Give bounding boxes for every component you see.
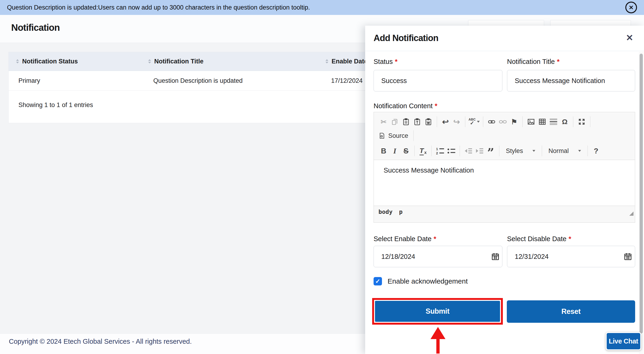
copyright-text: Copyright © 2024 Etech Global Services -… [9, 338, 192, 345]
notification-title-input[interactable] [507, 70, 635, 91]
blockquote-icon[interactable]: ” [486, 143, 496, 158]
editor-element-path: body p [374, 206, 635, 218]
checkmark-icon: ✓ [375, 278, 380, 285]
alert-banner: Question Description is updated:Users ca… [0, 0, 644, 15]
submit-highlight-box: Submit [372, 298, 503, 325]
numbered-list-icon[interactable]: 1 2 [435, 145, 445, 156]
horizontal-rule-icon[interactable] [548, 116, 558, 127]
source-button[interactable]: Source [388, 132, 408, 139]
chevron-down-icon [477, 121, 480, 123]
alert-banner-text: Question Description is updated:Users ca… [7, 4, 310, 11]
chevron-down-icon [532, 150, 535, 152]
link-icon[interactable] [486, 116, 497, 127]
column-header-status[interactable]: Notification Status [9, 52, 141, 71]
about-help-icon[interactable]: ? [591, 145, 601, 156]
editor-content-area[interactable]: Success Message Notification [374, 160, 635, 206]
editor-toolbar-row-2: Source [374, 129, 635, 142]
sort-icon [16, 59, 19, 63]
required-asterisk: * [569, 235, 571, 243]
enable-date-input[interactable] [374, 246, 502, 267]
submit-button[interactable]: Submit [375, 301, 500, 322]
bulleted-list-icon[interactable] [446, 145, 456, 156]
paste-icon[interactable] [401, 116, 411, 127]
table-entries-summary: Showing 1 to 1 of 1 entries [18, 101, 93, 109]
spellcheck-icon[interactable]: ABC✓ [468, 116, 480, 127]
path-body[interactable]: body [378, 209, 392, 215]
resize-handle-icon[interactable] [629, 212, 634, 216]
unlink-icon[interactable] [498, 116, 508, 127]
required-asterisk: * [557, 58, 560, 65]
reset-button[interactable]: Reset [507, 300, 635, 323]
acknowledgement-checkbox[interactable]: ✓ [374, 277, 382, 286]
close-icon: ✕ [629, 4, 634, 11]
modal-scrollbar-track [639, 52, 644, 354]
modal-close-button[interactable]: ✕ [626, 33, 633, 43]
column-header-title[interactable]: Notification Title [141, 52, 318, 71]
decrease-indent-icon[interactable] [463, 145, 474, 156]
remove-format-icon[interactable]: Tx [418, 145, 428, 156]
special-character-icon[interactable]: Ω [560, 116, 570, 127]
italic-icon[interactable]: I [390, 145, 400, 156]
strikethrough-icon[interactable]: S [401, 145, 411, 156]
acknowledgement-label: Enable acknowledgement [388, 277, 468, 285]
editor-toolbar-row-3: B I S Tx 1 2 [374, 142, 635, 160]
format-dropdown[interactable]: Normal [545, 147, 584, 155]
cut-icon[interactable]: ✂ [378, 116, 389, 127]
increase-indent-icon[interactable] [474, 145, 485, 156]
table-icon[interactable] [537, 116, 548, 127]
paste-from-word-icon[interactable] [423, 116, 434, 127]
bold-icon[interactable]: B [378, 145, 389, 156]
column-header-label: Enable Date [332, 58, 368, 65]
sort-icon [148, 59, 151, 63]
calendar-icon[interactable] [491, 252, 500, 261]
source-icon[interactable] [378, 130, 386, 141]
sort-icon [326, 59, 328, 63]
status-input[interactable] [374, 70, 502, 91]
acknowledgement-row: ✓ Enable acknowledgement [374, 277, 468, 286]
maximize-icon[interactable] [576, 116, 587, 127]
required-asterisk: * [435, 102, 437, 110]
cell-title: Question Description is updated [141, 77, 318, 84]
disable-date-input[interactable] [507, 246, 635, 267]
live-chat-button[interactable]: Live Chat [606, 332, 641, 350]
add-notification-modal: Add Notification ✕ Status* Notification … [365, 26, 644, 354]
app-root: Question Description is updated:Users ca… [0, 0, 644, 354]
modal-title: Add Notification [374, 33, 438, 43]
rich-text-editor: ✂ ↩ ↪ ABC✓ [374, 112, 635, 223]
column-header-label: Notification Status [22, 58, 78, 65]
editor-toolbar-row-1: ✂ ↩ ↪ ABC✓ [374, 112, 635, 129]
chevron-down-icon [578, 150, 581, 152]
content-label: Notification Content* [374, 102, 437, 110]
calendar-icon[interactable] [624, 252, 632, 261]
copy-icon[interactable] [390, 116, 400, 127]
title-label: Notification Title* [507, 58, 560, 65]
banner-close-button[interactable]: ✕ [625, 2, 637, 13]
styles-dropdown[interactable]: Styles [502, 147, 538, 155]
path-p[interactable]: p [399, 209, 402, 215]
editor-content-text: Success Message Notification [384, 166, 474, 174]
required-asterisk: * [434, 235, 436, 243]
paste-as-text-icon[interactable] [412, 116, 422, 127]
status-label: Status* [374, 58, 398, 65]
enable-date-label: Select Enable Date* [374, 235, 436, 243]
anchor-flag-icon[interactable]: ⚑ [509, 116, 519, 127]
undo-icon[interactable]: ↩ [440, 116, 450, 127]
modal-scrollbar-thumb[interactable] [640, 54, 643, 334]
redo-icon[interactable]: ↪ [452, 116, 462, 127]
modal-header: Add Notification ✕ [365, 26, 644, 51]
image-icon[interactable] [526, 116, 536, 127]
disable-date-label: Select Disable Date* [507, 235, 571, 243]
column-header-label: Notification Title [154, 58, 204, 65]
page-title: Notification [11, 22, 60, 33]
cell-status: Primary [9, 77, 141, 84]
close-icon: ✕ [626, 33, 633, 43]
required-asterisk: * [395, 58, 397, 65]
annotation-arrow-icon [430, 327, 446, 354]
